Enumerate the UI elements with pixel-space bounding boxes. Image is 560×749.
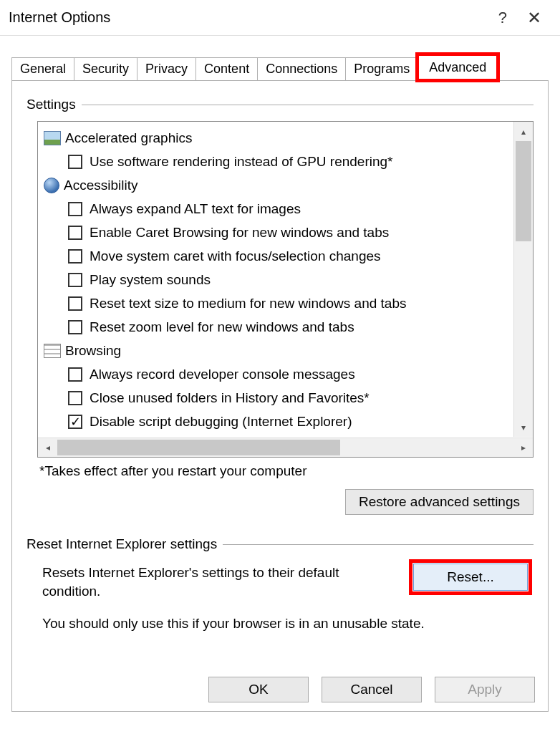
tree-item-label: Reset text size to medium for new window… [90,296,406,311]
apply-button[interactable]: Apply [435,677,535,702]
tree-item-label: Close unused folders in History and Favo… [90,390,370,406]
tree-item-label: Use software rendering instead of GPU re… [90,154,393,170]
tree-category-label: Browsing [65,343,121,359]
tree-category: Browsing [44,339,513,362]
tab-privacy[interactable]: Privacy [137,57,196,80]
dialog-button-row: OK Cancel Apply [208,677,535,702]
tree-item[interactable]: Reset zoom level for new windows and tab… [44,315,513,339]
tree-item-label: Disable script debugging (Internet Explo… [90,414,352,430]
titlebar: Internet Options ? ✕ [0,0,560,36]
tree-item[interactable]: Use software rendering instead of GPU re… [44,150,513,173]
divider [223,544,534,545]
tree-item[interactable]: Enable Caret Browsing for new windows an… [44,221,513,244]
tree-item-label: Reset zoom level for new windows and tab… [90,319,354,335]
reset-group: Reset Internet Explorer settings Resets … [26,536,534,632]
settings-group-label: Settings [26,97,82,112]
tree-item-label: Always expand ALT text for images [90,201,301,217]
checkbox[interactable] [68,273,82,287]
tree-item-label: Enable Caret Browsing for new windows an… [90,225,389,241]
tab-row: General Security Privacy Content Connect… [11,53,549,80]
monitor-icon [44,131,61,145]
tree-item[interactable]: Reset text size to medium for new window… [44,291,513,315]
checkbox[interactable] [68,202,82,216]
tree-category: Accelerated graphics [44,126,513,150]
checkbox[interactable] [68,226,82,240]
divider [82,105,534,105]
reset-warning: You should only use this if your browser… [42,616,532,632]
tree-item[interactable]: Play system sounds [44,268,513,291]
horizontal-scroll-thumb[interactable] [57,440,340,455]
accessibility-icon [44,178,59,193]
tree-item[interactable]: ✓Disable script debugging (Internet Expl… [44,410,513,433]
vertical-scroll-thumb[interactable] [516,141,531,241]
tree-category: Accessibility [44,173,513,197]
tree-item[interactable]: Close unused folders in History and Favo… [44,386,513,410]
checkbox[interactable] [68,320,82,334]
restart-footnote: *Takes effect after you restart your com… [39,463,534,479]
checkbox[interactable] [68,367,82,382]
checkbox[interactable] [68,296,82,311]
reset-button[interactable]: Reset... [413,564,528,591]
tab-panel-advanced: Settings Accelerated graphicsUse softwar… [11,80,549,712]
tab-content[interactable]: Content [195,57,258,80]
settings-group: Settings Accelerated graphicsUse softwar… [26,97,534,515]
tab-security[interactable]: Security [74,57,137,80]
tree-category-label: Accelerated graphics [65,130,192,146]
tree-item[interactable]: Always expand ALT text for images [44,197,513,221]
close-button[interactable]: ✕ [527,8,541,28]
tab-connections[interactable]: Connections [257,57,346,80]
window-title: Internet Options [6,9,498,26]
checkbox[interactable] [68,249,82,264]
tab-general[interactable]: General [11,57,74,80]
vertical-scrollbar[interactable]: ▴ ▾ [513,122,533,437]
checkbox[interactable] [68,391,82,405]
tab-advanced[interactable]: Advanced [417,54,498,80]
help-button[interactable]: ? [498,9,507,27]
reset-group-label: Reset Internet Explorer settings [26,536,223,552]
reset-description: Resets Internet Explorer's settings to t… [42,564,395,600]
checkbox[interactable]: ✓ [68,415,82,429]
scroll-up-icon[interactable]: ▴ [514,122,533,141]
tree-item-label: Play system sounds [90,272,211,288]
tree-item[interactable]: Move system caret with focus/selection c… [44,244,513,268]
settings-tree[interactable]: Accelerated graphicsUse software renderi… [37,121,534,458]
titlebar-buttons: ? ✕ [498,8,554,28]
tree-item-label: Always record developer console messages [90,367,355,382]
browsing-icon [44,344,61,358]
tab-programs[interactable]: Programs [345,57,418,80]
tree-item[interactable]: Always record developer console messages [44,362,513,386]
ok-button[interactable]: OK [208,677,309,702]
scroll-left-icon[interactable]: ◂ [38,438,57,458]
cancel-button[interactable]: Cancel [322,677,422,702]
scroll-down-icon[interactable]: ▾ [514,417,533,437]
tree-item[interactable]: ✓Disable script debugging (Other) [44,433,513,437]
horizontal-scrollbar[interactable]: ◂ ▸ [38,438,533,457]
scroll-right-icon[interactable]: ▸ [513,438,533,458]
tree-item-label: Move system caret with focus/selection c… [90,248,381,264]
restore-advanced-button[interactable]: Restore advanced settings [345,489,534,515]
tree-category-label: Accessibility [64,178,137,193]
checkbox[interactable] [68,155,82,169]
